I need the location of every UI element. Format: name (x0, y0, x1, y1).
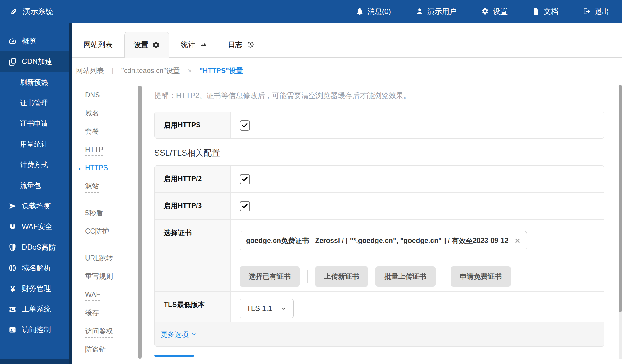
user-menu[interactable]: 演示用户 (416, 7, 456, 16)
logout-icon (583, 8, 591, 15)
tab-label: 统计 (181, 40, 195, 49)
http3-row: 启用HTTP/3 (155, 192, 604, 219)
breadcrumb-separator: | (112, 67, 114, 75)
sidebar-item-cdn[interactable]: CDN加速 (0, 51, 72, 72)
submenu-item-dns[interactable]: DNS (72, 87, 138, 105)
sidebar-item-label: 用量统计 (20, 140, 48, 149)
gear-icon (152, 41, 160, 49)
apply-free-cert-button[interactable]: 申请免费证书 (451, 266, 511, 287)
remove-certificate-icon[interactable] (514, 238, 521, 244)
ssl-section-title: SSL/TLS相关配置 (154, 148, 604, 158)
gear-icon (481, 8, 489, 15)
sidebar-footer-strip (0, 359, 69, 364)
sidebar-item-dns-resolve[interactable]: 域名解析 (0, 258, 72, 278)
submenu-item-origin[interactable]: 源站 (72, 178, 138, 196)
submenu-item-rewrite-rules[interactable]: 重写规则 (72, 268, 138, 287)
certificate-tag-text: goedge.cn免费证书 - Zerossl / [ "*.goedge.cn… (246, 236, 508, 245)
upload-new-cert-button[interactable]: 上传新证书 (315, 266, 368, 287)
http3-value (231, 193, 604, 219)
tab-website-list[interactable]: 网站列表 (74, 32, 122, 57)
submenu-item-waf[interactable]: WAF (72, 287, 138, 305)
sidebar-scrollbar[interactable] (69, 23, 72, 364)
docs-label: 文档 (544, 7, 558, 16)
submenu-item-plan[interactable]: 套餐 (72, 123, 138, 142)
sidebar-item-tickets[interactable]: 工单系统 (0, 299, 72, 319)
settings-button[interactable]: 设置 (481, 7, 508, 16)
page-scrollbar-thumb[interactable] (619, 85, 622, 312)
tab-settings[interactable]: 设置 (124, 32, 169, 58)
table-footer: 更多选项 (155, 322, 604, 346)
sidebar-item-traffic-package[interactable]: 流量包 (0, 175, 72, 196)
sidebar-item-label: 负载均衡 (22, 201, 51, 211)
sidebar-list: 概览 CDN加速 刷新预热 证书管理 证书申请 用量统计 计费方式 (0, 23, 72, 340)
enable-https-table: 启用HTTPS (154, 112, 604, 139)
certificate-tag: goedge.cn免费证书 - Zerossl / [ "*.goedge.cn… (240, 231, 527, 250)
sidebar-item-access-control[interactable]: 访问控制 (0, 319, 72, 340)
brand-label: 演示系统 (23, 6, 53, 16)
logout-button[interactable]: 退出 (583, 7, 609, 16)
sidebar-item-label: 刷新预热 (20, 78, 48, 87)
http2-checkbox[interactable] (240, 174, 250, 184)
sidebar-item-billing-method[interactable]: 计费方式 (0, 154, 72, 175)
leaf-logo-icon (9, 7, 18, 16)
https-settings-form: 提醒：HTTP2、证书等信息修改后，可能需要清空浏览器缓存后才能浏览效果。 启用… (154, 84, 604, 357)
sidebar-item-label: 证书申请 (20, 119, 48, 128)
submenu-item-domain[interactable]: 域名 (72, 105, 138, 123)
topbar-nav: 消息(0) 演示用户 设置 文档 (331, 7, 622, 16)
breadcrumb-item-https-settings[interactable]: "HTTPS"设置 (200, 66, 243, 76)
sidebar-item-ddos[interactable]: DDoS高防 (0, 237, 72, 258)
batch-upload-cert-button[interactable]: 批量上传证书 (375, 266, 436, 287)
save-button-partial[interactable] (154, 355, 194, 357)
submenu-item-hotlink-protect[interactable]: 防盗链 (72, 341, 138, 359)
submenu-item-https[interactable]: HTTPS (72, 160, 138, 178)
messages-label: 消息(0) (367, 7, 391, 16)
sidebar-item-cert-manage[interactable]: 证书管理 (0, 93, 72, 113)
send-icon (9, 202, 17, 210)
submenu-item-url-redirect[interactable]: URL跳转 (72, 250, 138, 268)
sidebar-item-usage-stats[interactable]: 用量统计 (0, 134, 72, 154)
reminder-text: 提醒：HTTP2、证书等信息修改后，可能需要清空浏览器缓存后才能浏览效果。 (154, 91, 604, 100)
more-options-link[interactable]: 更多选项 (161, 330, 197, 339)
tab-logs[interactable]: 日志 (219, 32, 263, 57)
brand[interactable]: 演示系统 (0, 6, 53, 16)
tab-statistics[interactable]: 统计 (172, 32, 216, 57)
messages-button[interactable]: 消息(0) (356, 7, 391, 16)
sidebar-item-refresh-preheat[interactable]: 刷新预热 (0, 72, 72, 93)
document-icon (532, 8, 540, 15)
page-scrollbar[interactable] (619, 85, 622, 359)
http3-checkbox[interactable] (240, 201, 250, 211)
breadcrumb-item-website-list[interactable]: 网站列表 (76, 66, 104, 76)
submenu-item-auth[interactable]: 访问鉴权 (72, 323, 138, 341)
sidebar-item-finance[interactable]: ¥ 财务管理 (0, 278, 72, 299)
tls-version-select[interactable]: TLS 1.1 (240, 299, 294, 318)
app-window: 演示系统 消息(0) 演示用户 设置 (0, 0, 622, 364)
submenu-divider (80, 246, 138, 246)
gauge-icon (9, 37, 17, 45)
submenu-item-5s-shield[interactable]: 5秒盾 (72, 205, 138, 223)
tab-label: 网站列表 (84, 40, 113, 49)
submenu-scrollbar[interactable] (138, 86, 142, 359)
sidebar-item-overview[interactable]: 概览 (0, 31, 72, 51)
globe-icon (9, 264, 17, 272)
submenu-item-cache[interactable]: 缓存 (72, 305, 138, 323)
docs-button[interactable]: 文档 (532, 7, 558, 16)
breadcrumb: 网站列表 | "cdn.teaos.cn"设置 » "HTTPS"设置 (72, 58, 622, 84)
button-separator (307, 270, 308, 283)
certificate-value: goedge.cn免费证书 - Zerossl / [ "*.goedge.cn… (231, 220, 604, 291)
submenu-item-http[interactable]: HTTP (72, 142, 138, 160)
sidebar-item-cert-apply[interactable]: 证书申请 (0, 113, 72, 134)
contact-card-icon (9, 326, 17, 334)
main-content: 网站列表 设置 统计 日志 网站列表 (72, 23, 622, 364)
sidebar-item-label: DDoS高防 (22, 242, 56, 252)
yen-icon: ¥ (9, 285, 17, 293)
breadcrumb-item-site-settings[interactable]: "cdn.teaos.cn"设置 (121, 66, 180, 76)
enable-https-label: 启用HTTPS (155, 112, 231, 138)
sidebar-item-waf[interactable]: WAF安全 (0, 216, 72, 237)
enable-https-checkbox[interactable] (240, 120, 250, 131)
sidebar-item-load-balancer[interactable]: 负载均衡 (0, 196, 72, 216)
http2-row: 启用HTTP/2 (155, 166, 604, 192)
select-existing-cert-button[interactable]: 选择已有证书 (240, 266, 300, 287)
submenu-item-cc-protect[interactable]: CC防护 (72, 223, 138, 241)
certificate-row: 选择证书 goedge.cn免费证书 - Zerossl / [ "*.goed… (155, 219, 604, 291)
topbar: 演示系统 消息(0) 演示用户 设置 (0, 0, 622, 23)
